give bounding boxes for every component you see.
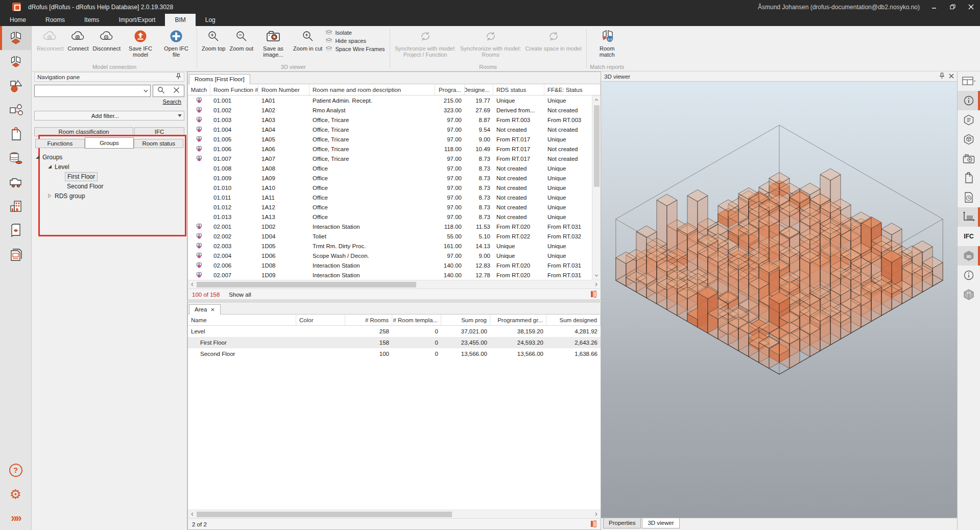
area-row[interactable]: Level 258 0 37,021.00 38,159.20 4,281.92: [188, 326, 601, 337]
expand-sidebar-button[interactable]: »»: [0, 506, 31, 530]
sync-rooms-button[interactable]: Synchronize with model: Rooms: [458, 27, 523, 58]
tab-groups[interactable]: Groups: [85, 137, 134, 149]
column-header-ffe-status[interactable]: FF&E: Status: [544, 84, 601, 95]
tab-rooms-first-floor[interactable]: Rooms [First Floor]: [189, 74, 250, 84]
space-wire-frames-toggle[interactable]: Space Wire Frames: [325, 46, 385, 52]
minimize-button[interactable]: [925, 0, 943, 14]
close-button[interactable]: [962, 0, 980, 14]
connect-button[interactable]: Connect: [66, 27, 91, 52]
open-ifc-file-button[interactable]: Open IFC file: [158, 27, 194, 58]
tree-expanded-icon[interactable]: [34, 155, 40, 159]
close-pane-icon[interactable]: [949, 74, 954, 80]
sidebar-item-buildings[interactable]: [0, 194, 31, 218]
area-row[interactable]: Second Floor 100 0 13,566.00 13,566.00 1…: [188, 348, 601, 359]
tree-item-groups[interactable]: Groups: [34, 152, 184, 162]
room-row[interactable]: 01.011 1A11 Office 97.00 8.73 Not create…: [188, 192, 592, 202]
tab-room-status[interactable]: Room status: [134, 139, 183, 148]
create-space-button[interactable]: Create space in model: [523, 27, 584, 52]
tree-expanded-icon[interactable]: [46, 164, 53, 169]
save-as-image-button[interactable]: Save as image...: [255, 27, 291, 58]
column-header-rooms[interactable]: # Rooms: [345, 315, 392, 325]
sidebar-item-logistics[interactable]: [0, 170, 31, 194]
chevron-down-icon[interactable]: [141, 89, 150, 92]
tree-item-level[interactable]: Level: [34, 162, 184, 172]
horizontal-scrollbar[interactable]: [188, 510, 601, 518]
menu-tab[interactable]: Home: [0, 14, 36, 26]
images-panel-button[interactable]: [958, 149, 980, 168]
tree-item-rds-group[interactable]: RDS group: [34, 191, 184, 201]
column-header-name[interactable]: Name: [188, 315, 296, 325]
search-icon[interactable]: [157, 86, 165, 95]
room-row[interactable]: 02.001 1D02 Interaction Station 118.00 1…: [188, 222, 592, 231]
3d-model-viewport[interactable]: [601, 82, 957, 518]
3d-viewer-panel-button[interactable]: 3D: [958, 246, 980, 266]
scrollbar-thumb[interactable]: [197, 282, 416, 287]
export-icon[interactable]: [590, 291, 596, 299]
column-header-room-function[interactable]: Room Function #:: [210, 84, 258, 95]
tab-ifc[interactable]: IFC: [134, 127, 184, 136]
tab-properties[interactable]: Properties: [603, 518, 641, 528]
column-header-room-templates[interactable]: # Room templa...: [392, 315, 441, 325]
sidebar-item-finance[interactable]: [0, 146, 31, 170]
tree-item-second-floor[interactable]: Second Floor: [34, 181, 184, 191]
menu-tab[interactable]: Log: [196, 14, 225, 26]
tab-functions[interactable]: Functions: [35, 139, 85, 148]
help-button[interactable]: ?: [0, 458, 31, 482]
column-header-room-number[interactable]: Room Number: [258, 84, 309, 95]
log-panel-button[interactable]: [958, 188, 980, 207]
room-row[interactable]: 01.002 1A02 Rmo Analyst 323.00 27.69 Der…: [188, 105, 592, 115]
sidebar-item-reports[interactable]: [0, 242, 31, 266]
sidebar-item-room-list[interactable]: [0, 50, 31, 74]
room-match-button[interactable]: 1:1 Room match: [589, 27, 625, 58]
tab-area[interactable]: Area ✕: [189, 304, 221, 315]
save-ifc-model-button[interactable]: Save IFC model: [123, 27, 158, 58]
sidebar-item-rooms[interactable]: [0, 26, 31, 50]
column-header-programmed-gross[interactable]: Programmed gr...: [490, 315, 546, 325]
tab-room-classification[interactable]: Room classification: [34, 127, 133, 136]
show-all-link[interactable]: Show all: [229, 292, 251, 298]
add-filter-button[interactable]: Add filter...: [34, 111, 184, 121]
zoom-top-button[interactable]: Zoom top: [200, 27, 227, 52]
room-info-panel-button[interactable]: [958, 91, 980, 110]
menu-tab[interactable]: Items: [75, 14, 109, 26]
column-header-room-name[interactable]: Room name and room description: [309, 84, 435, 95]
room-row[interactable]: 01.009 1A09 Office 97.00 8.73 Not create…: [188, 173, 592, 183]
room-row[interactable]: 01.012 1A12 Office 97.00 8.73 Not create…: [188, 202, 592, 212]
isolate-toggle[interactable]: Isolate: [325, 30, 385, 36]
room-row[interactable]: 01.004 1A04 Office, Tricare 97.00 9.54 N…: [188, 125, 592, 134]
disconnect-button[interactable]: Disconnect: [91, 27, 123, 52]
tree-collapsed-icon[interactable]: [46, 194, 53, 198]
sidebar-item-items[interactable]: [0, 74, 31, 98]
room-row[interactable]: 01.010 1A10 Office 97.00 8.73 Not create…: [188, 183, 592, 192]
reconnect-button[interactable]: Reconnect: [35, 27, 66, 52]
scrollbar-thumb[interactable]: [594, 105, 600, 187]
clear-search-icon[interactable]: [173, 87, 180, 95]
room-row[interactable]: 02.004 1D06 Scope Wash / Decon. 97.00 9.…: [188, 251, 592, 260]
room-data-panel-button[interactable]: [958, 110, 980, 130]
column-header-designed[interactable]: Designe...: [465, 84, 493, 95]
viewer-info-panel-button[interactable]: [958, 266, 980, 285]
pin-icon[interactable]: [939, 73, 945, 80]
zoom-out-button[interactable]: Zoom out: [227, 27, 255, 52]
zoom-in-cut-button[interactable]: Zoom in cut: [291, 27, 324, 52]
tab-3d-viewer[interactable]: 3D viewer: [642, 518, 679, 528]
sidebar-item-systems[interactable]: [0, 98, 31, 122]
restore-button[interactable]: [943, 0, 962, 14]
horizontal-scrollbar[interactable]: [188, 280, 601, 288]
scroll-down-icon[interactable]: [594, 271, 599, 280]
scroll-left-icon[interactable]: [188, 282, 197, 286]
column-header-color[interactable]: Color: [296, 315, 345, 325]
scroll-right-icon[interactable]: [592, 512, 601, 516]
menu-tab[interactable]: BIM: [165, 14, 195, 26]
column-header-sum-prog[interactable]: Sum prog: [441, 315, 490, 325]
room-row[interactable]: 01.008 1A08 Office 97.00 8.73 Not create…: [188, 163, 592, 173]
sidebar-item-documents[interactable]: [0, 122, 31, 146]
model-panel-button[interactable]: [958, 130, 980, 149]
tree-item-first-floor[interactable]: First Floor: [34, 172, 184, 181]
hide-spaces-toggle[interactable]: Hide spaces: [325, 38, 385, 44]
room-row[interactable]: 02.002 1D04 Toliet 55.00 5.10 From RT.02…: [188, 231, 592, 241]
room-match-panel-button[interactable]: 1:1: [958, 285, 980, 304]
area-panel-button[interactable]: [958, 207, 980, 227]
room-row[interactable]: 02.007 1D09 Interaction Station 140.00 1…: [188, 270, 592, 280]
ifc-panel-label[interactable]: IFC: [958, 227, 980, 246]
